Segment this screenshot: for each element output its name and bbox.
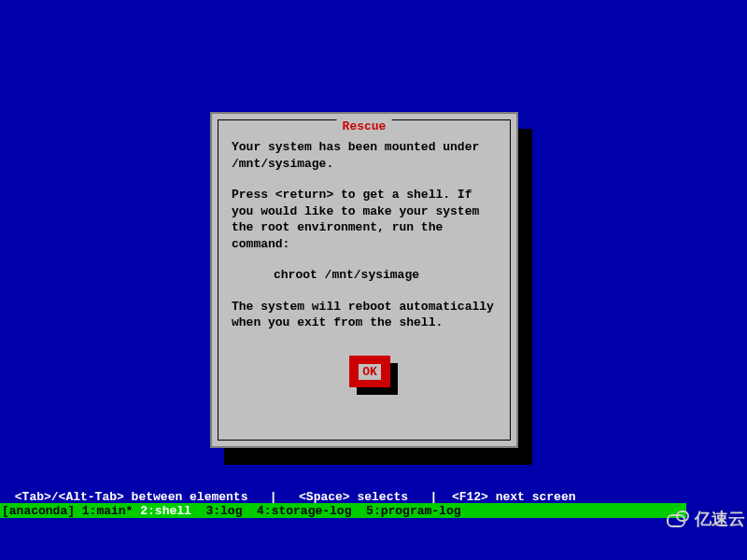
dialog-text-1: Your system has been mounted under /mnt/… bbox=[232, 139, 497, 172]
status-prefix: [anaconda] 1:main* bbox=[2, 504, 140, 518]
watermark-text: 亿速云 bbox=[695, 508, 745, 530]
dialog-command: chroot /mnt/sysimage bbox=[232, 267, 497, 284]
rescue-dialog: Rescue Your system has been mounted unde… bbox=[210, 112, 518, 448]
dialog-title: Rescue bbox=[337, 119, 392, 133]
status-suffix: 3:log 4:storage-log 5:program-log bbox=[191, 504, 461, 518]
dialog-content: Your system has been mounted under /mnt/… bbox=[218, 120, 510, 356]
dialog-border: Rescue Your system has been mounted unde… bbox=[218, 119, 511, 441]
terminal-screen: Rescue Your system has been mounted unde… bbox=[0, 0, 686, 518]
cloud-icon bbox=[667, 509, 691, 529]
ok-button[interactable]: OK bbox=[349, 356, 390, 387]
status-bar: [anaconda] 1:main* 2:shell 3:log 4:stora… bbox=[0, 503, 686, 518]
watermark: 亿速云 bbox=[667, 508, 745, 530]
dialog-text-2: Press <return> to get a shell. If you wo… bbox=[232, 187, 497, 252]
dialog-text-3: The system will reboot automatically whe… bbox=[232, 299, 497, 331]
ok-button-label: OK bbox=[359, 364, 381, 380]
status-active-screen[interactable]: 2:shell bbox=[140, 504, 191, 518]
